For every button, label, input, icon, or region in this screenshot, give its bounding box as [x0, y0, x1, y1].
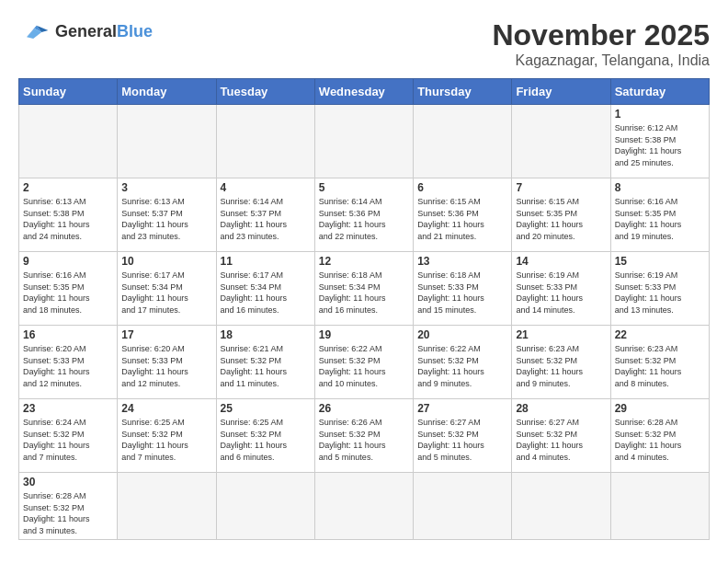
day-info: Sunrise: 6:24 AM Sunset: 5:32 PM Dayligh…	[23, 417, 113, 463]
day-number: 18	[221, 328, 311, 341]
calendar-header-tuesday: Tuesday	[216, 79, 314, 105]
day-number: 9	[23, 255, 113, 268]
calendar-day-cell	[314, 473, 413, 540]
calendar-header-sunday: Sunday	[19, 79, 118, 105]
day-info: Sunrise: 6:13 AM Sunset: 5:38 PM Dayligh…	[23, 196, 113, 242]
day-info: Sunrise: 6:28 AM Sunset: 5:32 PM Dayligh…	[23, 490, 113, 536]
logo-text: GeneralBlue	[55, 22, 153, 41]
day-info: Sunrise: 6:28 AM Sunset: 5:32 PM Dayligh…	[615, 417, 705, 463]
calendar-day-cell: 10Sunrise: 6:17 AM Sunset: 5:34 PM Dayli…	[118, 252, 216, 326]
calendar-day-cell: 25Sunrise: 6:25 AM Sunset: 5:32 PM Dayli…	[216, 399, 314, 473]
calendar-day-cell: 30Sunrise: 6:28 AM Sunset: 5:32 PM Dayli…	[19, 473, 118, 540]
day-number: 17	[121, 328, 211, 341]
calendar-day-cell: 23Sunrise: 6:24 AM Sunset: 5:32 PM Dayli…	[19, 399, 118, 473]
calendar-day-cell	[216, 105, 314, 178]
day-number: 8	[615, 181, 705, 194]
calendar-day-cell: 4Sunrise: 6:14 AM Sunset: 5:37 PM Daylig…	[216, 178, 314, 252]
day-number: 11	[221, 255, 311, 268]
calendar-day-cell: 1Sunrise: 6:12 AM Sunset: 5:38 PM Daylig…	[610, 105, 709, 178]
calendar-day-cell: 6Sunrise: 6:15 AM Sunset: 5:36 PM Daylig…	[414, 178, 512, 252]
day-info: Sunrise: 6:18 AM Sunset: 5:33 PM Dayligh…	[417, 270, 507, 316]
calendar-day-cell	[414, 105, 512, 178]
day-number: 24	[121, 402, 211, 415]
calendar-week-row: 16Sunrise: 6:20 AM Sunset: 5:33 PM Dayli…	[19, 326, 710, 399]
day-info: Sunrise: 6:22 AM Sunset: 5:32 PM Dayligh…	[319, 343, 409, 389]
calendar-week-row: 9Sunrise: 6:16 AM Sunset: 5:35 PM Daylig…	[19, 252, 710, 326]
day-number: 2	[23, 181, 113, 194]
calendar-day-cell	[414, 473, 512, 540]
calendar-day-cell: 19Sunrise: 6:22 AM Sunset: 5:32 PM Dayli…	[314, 326, 413, 399]
day-number: 29	[615, 402, 705, 415]
calendar-day-cell	[512, 105, 610, 178]
day-number: 14	[516, 255, 606, 268]
calendar-week-row: 2Sunrise: 6:13 AM Sunset: 5:38 PM Daylig…	[19, 178, 710, 252]
calendar-day-cell	[19, 105, 118, 178]
day-info: Sunrise: 6:14 AM Sunset: 5:37 PM Dayligh…	[221, 196, 311, 242]
calendar-week-row: 30Sunrise: 6:28 AM Sunset: 5:32 PM Dayli…	[19, 473, 710, 540]
day-number: 1	[615, 108, 705, 121]
day-info: Sunrise: 6:14 AM Sunset: 5:36 PM Dayligh…	[319, 196, 409, 242]
calendar-day-cell: 8Sunrise: 6:16 AM Sunset: 5:35 PM Daylig…	[610, 178, 709, 252]
calendar-day-cell: 26Sunrise: 6:26 AM Sunset: 5:32 PM Dayli…	[314, 399, 413, 473]
day-info: Sunrise: 6:23 AM Sunset: 5:32 PM Dayligh…	[516, 343, 606, 389]
day-info: Sunrise: 6:15 AM Sunset: 5:35 PM Dayligh…	[516, 196, 606, 242]
logo: GeneralBlue	[18, 18, 153, 44]
calendar-day-cell: 9Sunrise: 6:16 AM Sunset: 5:35 PM Daylig…	[19, 252, 118, 326]
day-info: Sunrise: 6:17 AM Sunset: 5:34 PM Dayligh…	[121, 270, 211, 316]
calendar-day-cell: 15Sunrise: 6:19 AM Sunset: 5:33 PM Dayli…	[610, 252, 709, 326]
day-number: 19	[319, 328, 409, 341]
calendar-header-monday: Monday	[118, 79, 216, 105]
day-number: 20	[417, 328, 507, 341]
location-subtitle: Kagaznagar, Telangana, India	[492, 52, 710, 69]
calendar-day-cell: 18Sunrise: 6:21 AM Sunset: 5:32 PM Dayli…	[216, 326, 314, 399]
logo-icon	[18, 18, 51, 44]
calendar-day-cell: 3Sunrise: 6:13 AM Sunset: 5:37 PM Daylig…	[118, 178, 216, 252]
calendar-day-cell: 13Sunrise: 6:18 AM Sunset: 5:33 PM Dayli…	[414, 252, 512, 326]
day-info: Sunrise: 6:25 AM Sunset: 5:32 PM Dayligh…	[121, 417, 211, 463]
day-info: Sunrise: 6:18 AM Sunset: 5:34 PM Dayligh…	[319, 270, 409, 316]
calendar-week-row: 23Sunrise: 6:24 AM Sunset: 5:32 PM Dayli…	[19, 399, 710, 473]
day-info: Sunrise: 6:27 AM Sunset: 5:32 PM Dayligh…	[417, 417, 507, 463]
day-number: 25	[221, 402, 311, 415]
calendar-day-cell: 27Sunrise: 6:27 AM Sunset: 5:32 PM Dayli…	[414, 399, 512, 473]
calendar-day-cell: 14Sunrise: 6:19 AM Sunset: 5:33 PM Dayli…	[512, 252, 610, 326]
day-info: Sunrise: 6:23 AM Sunset: 5:32 PM Dayligh…	[615, 343, 705, 389]
calendar-day-cell	[610, 473, 709, 540]
day-info: Sunrise: 6:17 AM Sunset: 5:34 PM Dayligh…	[221, 270, 311, 316]
calendar-day-cell: 28Sunrise: 6:27 AM Sunset: 5:32 PM Dayli…	[512, 399, 610, 473]
calendar-header-saturday: Saturday	[610, 79, 709, 105]
page-header: GeneralBlue November 2025 Kagaznagar, Te…	[18, 18, 710, 69]
calendar-day-cell: 5Sunrise: 6:14 AM Sunset: 5:36 PM Daylig…	[314, 178, 413, 252]
day-number: 3	[121, 181, 211, 194]
calendar-day-cell	[314, 105, 413, 178]
day-number: 15	[615, 255, 705, 268]
day-info: Sunrise: 6:19 AM Sunset: 5:33 PM Dayligh…	[615, 270, 705, 316]
calendar-day-cell: 7Sunrise: 6:15 AM Sunset: 5:35 PM Daylig…	[512, 178, 610, 252]
calendar-day-cell: 11Sunrise: 6:17 AM Sunset: 5:34 PM Dayli…	[216, 252, 314, 326]
calendar-week-row: 1Sunrise: 6:12 AM Sunset: 5:38 PM Daylig…	[19, 105, 710, 178]
day-info: Sunrise: 6:15 AM Sunset: 5:36 PM Dayligh…	[417, 196, 507, 242]
calendar-day-cell: 16Sunrise: 6:20 AM Sunset: 5:33 PM Dayli…	[19, 326, 118, 399]
month-year-title: November 2025	[492, 18, 710, 52]
calendar-day-cell	[118, 473, 216, 540]
day-number: 26	[319, 402, 409, 415]
calendar-day-cell: 20Sunrise: 6:22 AM Sunset: 5:32 PM Dayli…	[414, 326, 512, 399]
calendar-header-row: SundayMondayTuesdayWednesdayThursdayFrid…	[19, 79, 710, 105]
day-number: 16	[23, 328, 113, 341]
day-info: Sunrise: 6:22 AM Sunset: 5:32 PM Dayligh…	[417, 343, 507, 389]
calendar-day-cell	[118, 105, 216, 178]
day-number: 23	[23, 402, 113, 415]
day-info: Sunrise: 6:25 AM Sunset: 5:32 PM Dayligh…	[221, 417, 311, 463]
calendar-day-cell	[216, 473, 314, 540]
day-number: 10	[121, 255, 211, 268]
day-number: 6	[417, 181, 507, 194]
day-number: 13	[417, 255, 507, 268]
day-number: 22	[615, 328, 705, 341]
day-info: Sunrise: 6:16 AM Sunset: 5:35 PM Dayligh…	[23, 270, 113, 316]
day-number: 12	[319, 255, 409, 268]
calendar-day-cell: 24Sunrise: 6:25 AM Sunset: 5:32 PM Dayli…	[118, 399, 216, 473]
day-info: Sunrise: 6:21 AM Sunset: 5:32 PM Dayligh…	[221, 343, 311, 389]
calendar-day-cell: 29Sunrise: 6:28 AM Sunset: 5:32 PM Dayli…	[610, 399, 709, 473]
day-number: 27	[417, 402, 507, 415]
day-number: 30	[23, 476, 113, 488]
